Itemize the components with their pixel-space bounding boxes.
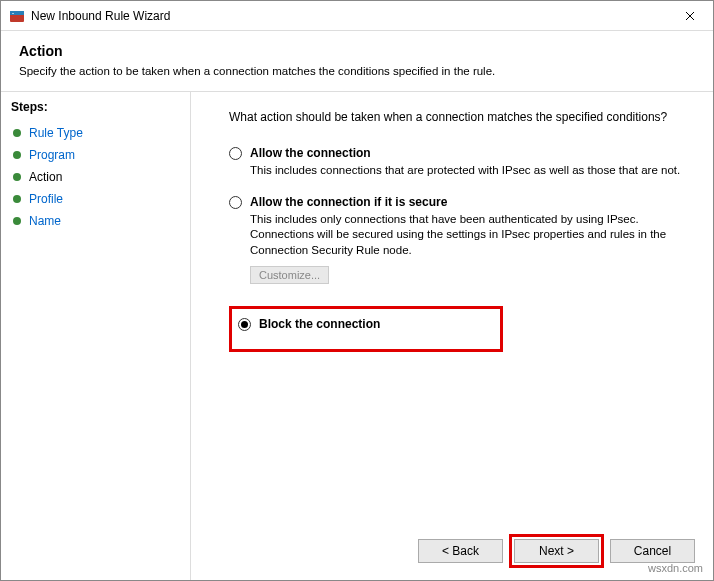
- customize-button: Customize...: [250, 266, 329, 284]
- option-title: Allow the connection if it is secure: [250, 195, 447, 209]
- next-button[interactable]: Next >: [514, 539, 599, 563]
- radio-block[interactable]: [238, 318, 251, 331]
- step-label: Action: [29, 170, 62, 184]
- option-allow: Allow the connection This includes conne…: [229, 146, 691, 179]
- cancel-button[interactable]: Cancel: [610, 539, 695, 563]
- header: Action Specify the action to be taken wh…: [1, 31, 713, 92]
- close-button[interactable]: [667, 1, 713, 31]
- step-label: Rule Type: [29, 126, 83, 140]
- bullet-icon: [13, 195, 21, 203]
- step-label: Program: [29, 148, 75, 162]
- bullet-icon: [13, 173, 21, 181]
- svg-rect-2: [12, 13, 14, 14]
- option-desc: This includes connections that are prote…: [250, 163, 690, 179]
- next-highlight: Next >: [509, 534, 604, 568]
- steps-header: Steps:: [11, 100, 180, 114]
- bullet-icon: [13, 151, 21, 159]
- body: Steps: Rule Type Program Action Profile …: [1, 92, 713, 580]
- step-profile[interactable]: Profile: [11, 188, 180, 210]
- question-text: What action should be taken when a conne…: [229, 110, 691, 124]
- step-name[interactable]: Name: [11, 210, 180, 232]
- step-label: Name: [29, 214, 61, 228]
- option-title: Allow the connection: [250, 146, 371, 160]
- radio-allow-secure[interactable]: [229, 196, 242, 209]
- option-title: Block the connection: [259, 317, 380, 331]
- back-button[interactable]: < Back: [418, 539, 503, 563]
- step-rule-type[interactable]: Rule Type: [11, 122, 180, 144]
- option-row[interactable]: Allow the connection if it is secure: [229, 195, 691, 209]
- close-icon: [685, 8, 695, 24]
- content-panel: What action should be taken when a conne…: [191, 92, 713, 580]
- window-title: New Inbound Rule Wizard: [31, 9, 667, 23]
- firewall-icon: [9, 8, 25, 24]
- titlebar: New Inbound Rule Wizard: [1, 1, 713, 31]
- option-desc: This includes only connections that have…: [250, 212, 690, 259]
- page-subtitle: Specify the action to be taken when a co…: [19, 65, 695, 77]
- step-label: Profile: [29, 192, 63, 206]
- step-program[interactable]: Program: [11, 144, 180, 166]
- bullet-icon: [13, 217, 21, 225]
- wizard-window: New Inbound Rule Wizard Action Specify t…: [0, 0, 714, 581]
- steps-list: Rule Type Program Action Profile Name: [11, 122, 180, 232]
- steps-panel: Steps: Rule Type Program Action Profile …: [1, 92, 191, 580]
- step-action[interactable]: Action: [11, 166, 180, 188]
- footer-buttons: < Back Next > Cancel: [418, 534, 695, 568]
- option-row[interactable]: Block the connection: [238, 317, 380, 331]
- page-heading: Action: [19, 43, 695, 59]
- radio-allow[interactable]: [229, 147, 242, 160]
- highlight-box: Block the connection: [229, 306, 503, 352]
- bullet-icon: [13, 129, 21, 137]
- option-row[interactable]: Allow the connection: [229, 146, 691, 160]
- option-allow-secure: Allow the connection if it is secure Thi…: [229, 195, 691, 285]
